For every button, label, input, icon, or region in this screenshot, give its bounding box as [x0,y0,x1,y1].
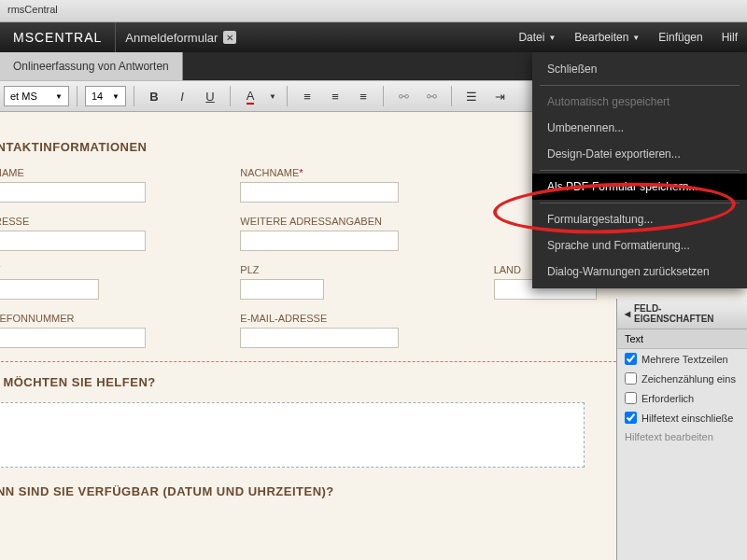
check-charcount[interactable]: Zeichenzählung eins [617,369,747,388]
menu-separator [540,203,740,203]
menuitem-schliessen[interactable]: Schließen [532,56,747,82]
align-center-button[interactable]: ≡ [323,85,347,107]
label-nachname: NACHNAME* [240,167,465,178]
input-adresse[interactable] [0,231,146,251]
window-titlebar: rmsCentral [0,0,747,22]
input-vorname[interactable] [0,182,146,203]
check-required[interactable]: Erforderlich [617,388,747,408]
menu-separator [540,85,740,86]
menuitem-save-pdf[interactable]: Als PDF-Formular speichern... [532,174,747,200]
separator [134,86,134,106]
app-brand: MSCENTRAL [0,22,116,52]
label-plz: PLZ [240,264,465,275]
document-tab[interactable]: Anmeldeformular ✕ [116,22,246,52]
section-help-heading: IE MÖCHTEN SIE HELFEN? [0,375,719,389]
input-adresse2[interactable] [240,231,399,251]
indent-button[interactable]: ⇥ [487,85,512,107]
check-multiline[interactable]: Mehrere Textzeilen [617,349,747,369]
separator [383,86,384,106]
menu-bearbeiten[interactable]: Bearbeiten▼ [565,22,649,52]
chevron-down-icon: ▼ [548,34,556,42]
chevron-down-icon: ▼ [55,92,63,101]
document-name: Anmeldeformular [125,31,218,45]
chevron-down-icon: ▼ [632,34,640,42]
menuitem-gestaltung[interactable]: Formulargestaltung... [532,206,747,232]
italic-button[interactable]: I [170,85,194,107]
menuitem-export-design[interactable]: Design-Datei exportieren... [532,141,747,167]
font-select[interactable]: et MS▼ [4,86,69,106]
align-right-button[interactable]: ≡ [351,85,375,107]
triangle-left-icon: ◀ [625,310,630,318]
link-edit-helptext[interactable]: Hilfetext bearbeiten [617,427,747,446]
input-nachname[interactable] [240,182,399,203]
section-availability-heading: ANN SIND SIE VERFÜGBAR (DATUM UND UHRZEI… [0,484,719,498]
close-tab-icon[interactable]: ✕ [223,31,236,44]
separator [451,86,452,106]
align-left-button[interactable]: ≡ [295,85,319,107]
unlink-button[interactable]: ⚯ [419,85,444,107]
label-adresse2: WEITERE ADRESSANGABEN [240,216,465,227]
list-button[interactable]: ☰ [459,85,484,107]
input-telefon[interactable] [0,328,146,348]
menu-einfugen[interactable]: Einfügen [649,22,712,52]
font-color-dropdown[interactable]: ▼ [266,85,279,107]
menu-hilfe[interactable]: Hilf [712,22,747,52]
font-color-button[interactable]: A [238,85,262,107]
menubar: MSCENTRAL Anmeldeformular ✕ Datei▼ Bearb… [0,22,747,52]
bold-button[interactable]: B [142,85,166,107]
input-email[interactable] [240,328,399,348]
fontsize-select[interactable]: 14▼ [85,86,126,106]
accordion-text[interactable]: Text [617,329,747,349]
properties-panel: ◀FELD-EIGENSCHAFTEN Text Mehrere Textzei… [616,299,747,560]
underline-button[interactable]: U [198,85,222,107]
input-ort[interactable] [0,279,99,300]
input-plz[interactable] [240,279,324,300]
menuitem-autosaved: Automatisch gespeichert [532,89,747,115]
menu-separator [540,170,740,171]
label-ort: RT [0,264,212,275]
check-helptext[interactable]: Hilfetext einschließe [617,408,747,427]
separator [77,86,78,106]
separator [230,86,231,106]
label-telefon: ELEFONNUMMER [0,313,212,324]
menu-datei[interactable]: Datei▼ [509,22,565,52]
datei-dropdown: Schließen Automatisch gespeichert Umbene… [532,52,747,288]
link-button[interactable]: ⚯ [391,85,416,107]
label-email: E-MAIL-ADRESSE [240,313,465,324]
separator [287,86,288,106]
menuitem-dialog-reset[interactable]: Dialog-Warnungen zurücksetzen [532,259,747,285]
menuitem-umbenennen[interactable]: Umbenennen... [532,115,747,141]
panel-header[interactable]: ◀FELD-EIGENSCHAFTEN [617,299,747,329]
textarea-help[interactable] [0,402,585,468]
label-vorname: RNAME [0,167,212,178]
label-adresse: DRESSE [0,216,212,227]
chevron-down-icon: ▼ [112,92,120,101]
tab-responses[interactable]: Onlineerfassung von Antworten [0,52,183,80]
menuitem-sprache[interactable]: Sprache und Formatierung... [532,232,747,259]
section-divider [0,361,719,362]
